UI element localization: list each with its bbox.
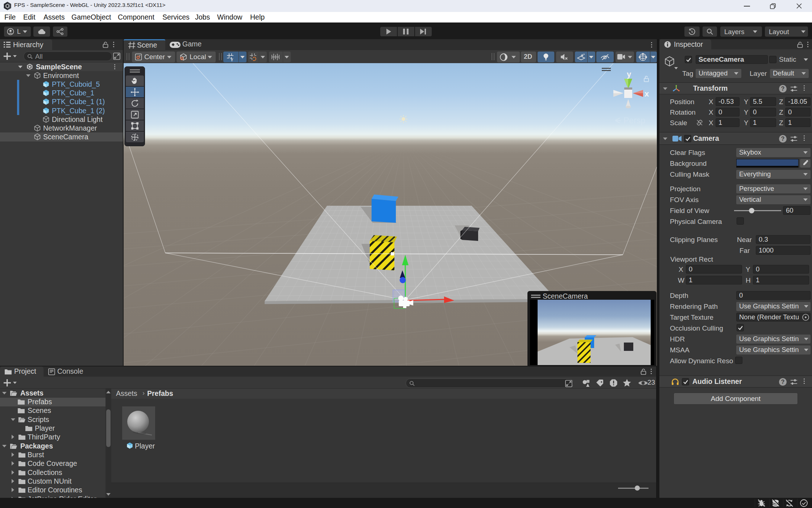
svg-text:x: x (645, 89, 649, 98)
svg-text:y: y (627, 70, 631, 79)
svg-text:Y: Y (231, 58, 233, 62)
svg-text:Persp: Persp (624, 116, 645, 125)
